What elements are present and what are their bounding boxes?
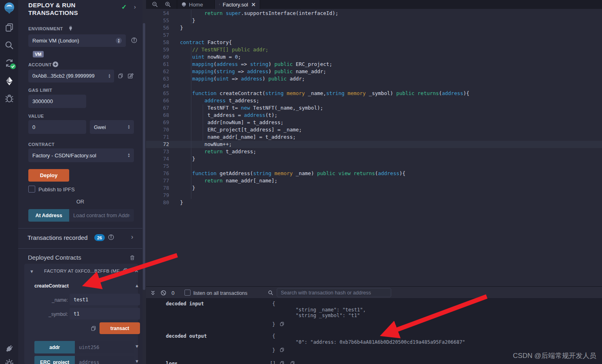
code-line-65: 65 function createContract(string memory… bbox=[146, 90, 602, 97]
solidity-compiler-icon[interactable] bbox=[4, 58, 14, 68]
code-line-60: 60 uint nowNum = 0; bbox=[146, 53, 602, 61]
deploy-button[interactable]: Deploy bbox=[28, 169, 69, 182]
tab-factory-sol[interactable]: Factory.sol ✕ bbox=[214, 0, 260, 9]
remove-contract-close-icon[interactable]: ✕ bbox=[134, 268, 139, 274]
function-name[interactable]: createContract bbox=[34, 283, 69, 289]
transactions-recorded-row[interactable]: Transactions recorded 26 › bbox=[18, 228, 142, 249]
code-line-74: 74 } bbox=[146, 155, 602, 163]
code-line-70: 70 ERC_project[t_address] = _name; bbox=[146, 126, 602, 133]
watermark: CSDN @后端常规开发人员 bbox=[513, 351, 596, 360]
transactions-recorded-label: Transactions recorded bbox=[28, 234, 88, 241]
code-line-56: 56} bbox=[146, 24, 602, 32]
close-tab-icon[interactable]: ✕ bbox=[251, 2, 256, 8]
code-line-78: 78 } bbox=[146, 184, 602, 192]
at-address-input[interactable] bbox=[69, 209, 134, 222]
terminal-search-input[interactable] bbox=[277, 288, 391, 297]
environment-stepper-icon[interactable]: ▲▼ bbox=[116, 38, 122, 44]
getter-ercproject-input[interactable] bbox=[75, 356, 134, 364]
transactions-info-icon[interactable] bbox=[108, 234, 114, 240]
copy-decoded-input-icon[interactable] bbox=[280, 321, 284, 327]
transactions-expand-chevron-icon[interactable]: › bbox=[131, 233, 133, 241]
environment-info-icon[interactable] bbox=[131, 37, 137, 43]
transact-button[interactable]: transact bbox=[100, 322, 140, 334]
zoom-out-icon[interactable] bbox=[152, 1, 158, 8]
tab-home[interactable]: Home bbox=[177, 0, 213, 9]
remix-tab-logo-icon bbox=[181, 2, 187, 7]
getter-ercproject-expand-chevron-icon[interactable]: ▼ bbox=[135, 359, 139, 364]
copy-decoded-output-icon[interactable] bbox=[280, 347, 284, 353]
remix-ide-window: DEPLOY & RUN TRANSACTIONS ✓ › ENVIRONMEN… bbox=[0, 0, 602, 364]
account-select[interactable]: 0xAb8...35cb2 (99.9999999 ▲▼ bbox=[28, 70, 114, 83]
icon-rail bbox=[0, 0, 18, 364]
add-account-icon[interactable] bbox=[53, 61, 58, 67]
code-line-80: 80} bbox=[146, 199, 602, 206]
contract-label: CONTRACT bbox=[28, 142, 55, 147]
copy-raw-logs-icon[interactable] bbox=[290, 360, 295, 364]
contract-select[interactable]: Factory - CSDN/Factory.sol ▲▼ bbox=[28, 148, 134, 162]
code-line-75: 75 bbox=[146, 163, 602, 170]
code-line-61: 61 mapping(address => string) public ERC… bbox=[146, 61, 602, 68]
copy-params-icon[interactable] bbox=[91, 325, 96, 332]
listen-transactions-checkbox[interactable] bbox=[184, 290, 191, 296]
settings-gear-icon[interactable] bbox=[4, 358, 14, 364]
expand-terminal-chevrons-icon[interactable] bbox=[150, 290, 156, 296]
environment-label: ENVIRONMENT bbox=[28, 26, 63, 31]
decoded-input-label: decoded input bbox=[166, 301, 204, 307]
value-unit-select[interactable]: Gwei ▲▼ bbox=[90, 120, 134, 134]
clear-deployed-trash-icon[interactable] bbox=[129, 254, 135, 261]
search-icon[interactable] bbox=[4, 40, 14, 50]
code-line-58: 58contract Factory{ bbox=[146, 39, 602, 46]
param-name-input[interactable] bbox=[70, 294, 140, 305]
plugin-manager-icon[interactable] bbox=[4, 344, 14, 353]
value-input[interactable] bbox=[28, 120, 86, 134]
file-explorer-icon[interactable] bbox=[4, 23, 14, 32]
code-line-79: 79 bbox=[146, 192, 602, 199]
at-address-button[interactable]: At Address bbox=[28, 209, 69, 222]
param-symbol-input[interactable] bbox=[70, 308, 140, 320]
indent-guide bbox=[191, 46, 191, 199]
copy-account-icon[interactable] bbox=[118, 73, 123, 79]
code-line-66: 66 address t_address; bbox=[146, 97, 602, 104]
getter-ercproject-button[interactable]: ERC_project bbox=[34, 356, 75, 364]
listen-transactions-label: listen on all transactions bbox=[193, 290, 247, 296]
unit-stepper-icon[interactable]: ▲▼ bbox=[127, 125, 130, 129]
account-stepper-icon[interactable]: ▲▼ bbox=[108, 74, 111, 78]
getter-addr-expand-chevron-icon[interactable]: ▼ bbox=[135, 344, 139, 349]
copy-contract-address-icon[interactable] bbox=[123, 268, 128, 273]
panel-collapse-chevron-icon[interactable]: › bbox=[134, 3, 136, 10]
value-label: VALUE bbox=[28, 114, 44, 119]
publish-ipfs-label: Publish to IPFS bbox=[38, 186, 75, 193]
contract-stepper-icon[interactable]: ▲▼ bbox=[127, 153, 130, 157]
param-name-label: _name: bbox=[34, 297, 68, 303]
code-line-54: 54 return super.supportsInterface(interf… bbox=[146, 10, 602, 17]
json-close-brace: } bbox=[272, 322, 275, 327]
indent-guide bbox=[191, 10, 191, 24]
gas-limit-input[interactable] bbox=[28, 95, 86, 108]
plug-icon bbox=[68, 25, 74, 31]
remix-logo-icon[interactable] bbox=[3, 2, 16, 15]
deploy-run-icon[interactable] bbox=[4, 76, 14, 86]
solidity-file-icon bbox=[219, 2, 220, 7]
param-symbol-label: _symbol: bbox=[34, 311, 68, 317]
debugger-icon[interactable] bbox=[4, 93, 14, 103]
environment-select[interactable]: Remix VM (London) ▲▼ bbox=[28, 34, 126, 47]
deployed-contract-header[interactable]: FACTORY AT 0XFC0...B2FFB (ME bbox=[44, 269, 120, 273]
sign-message-icon[interactable] bbox=[127, 73, 134, 79]
zoom-in-icon[interactable] bbox=[165, 1, 171, 8]
panel-check-icon: ✓ bbox=[121, 3, 127, 11]
code-line-59: 59 // TestNFT[] public addr; bbox=[146, 46, 602, 53]
contract-collapse-chevron-icon[interactable]: ▼ bbox=[30, 269, 34, 274]
copy-logs-icon[interactable] bbox=[280, 360, 284, 364]
publish-ipfs-checkbox[interactable] bbox=[28, 186, 35, 193]
code-editor[interactable]: 54 return super.supportsInterface(interf… bbox=[146, 9, 602, 286]
deployed-contract-card: ▼ FACTORY AT 0XFC0...B2FFB (ME ✕ createC… bbox=[24, 264, 138, 364]
panel-scrollbar[interactable] bbox=[143, 23, 145, 290]
getter-addr-button[interactable]: addr bbox=[34, 341, 75, 353]
function-collapse-chevron-icon[interactable]: ▲ bbox=[135, 283, 139, 288]
pending-tx-count: 0 bbox=[172, 290, 174, 296]
code-line-57: 57 bbox=[146, 32, 602, 39]
code-line-68: 68 t_address = address(t); bbox=[146, 112, 602, 119]
clear-console-ban-icon[interactable] bbox=[161, 290, 166, 296]
getter-addr-input[interactable] bbox=[75, 341, 134, 353]
account-label: ACCOUNT bbox=[28, 62, 52, 67]
